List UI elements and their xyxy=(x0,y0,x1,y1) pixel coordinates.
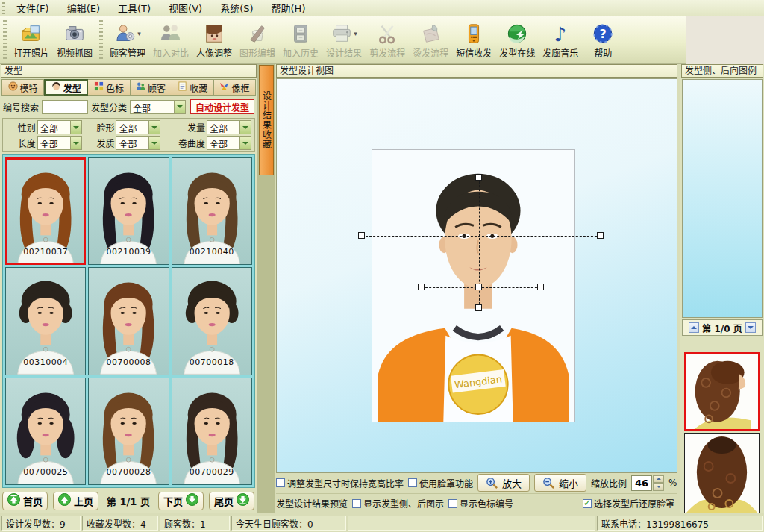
portrait-adjust-icon xyxy=(203,22,225,46)
hairstyle-thumb-00700029[interactable]: 00700029 xyxy=(172,378,252,485)
hairstyle-back-view[interactable] xyxy=(684,433,760,513)
dropdown-arrow-icon[interactable]: ▾ xyxy=(354,30,357,37)
tab-label: 收藏 xyxy=(190,81,207,94)
guide-handle-bottom[interactable] xyxy=(475,304,482,311)
show-side-checkbox[interactable]: 显示发型侧、后图示 xyxy=(352,497,444,510)
chevron-down-icon[interactable] xyxy=(148,137,160,149)
hairstyle-thumb-00700025[interactable]: 00700025 xyxy=(5,378,86,485)
menu-item-file[interactable]: 文件(F) xyxy=(7,0,58,16)
guide-handle-top[interactable] xyxy=(475,174,482,181)
queue-page-down-button[interactable] xyxy=(745,322,756,333)
keep-ratio-checkbox[interactable]: 调整发型尺寸时保持宽高比率 xyxy=(276,477,404,489)
checkbox-icon[interactable] xyxy=(276,478,285,487)
checkbox-icon[interactable] xyxy=(448,499,457,508)
toolbar-button-add-compare[interactable]: 加入对比 xyxy=(149,19,192,62)
spinner-up-icon[interactable] xyxy=(653,475,664,484)
hairstyle-thumb-00210037[interactable]: 00210037 xyxy=(5,157,86,265)
tab-favorite[interactable]: 收藏 xyxy=(172,79,214,96)
model-icon xyxy=(8,81,18,93)
tab-color-mark[interactable]: 色标 xyxy=(88,79,130,96)
zoom-out-button[interactable]: 缩小 xyxy=(534,474,586,492)
chevron-down-icon[interactable] xyxy=(70,137,81,149)
toolbar-button-video-capture[interactable]: 视频抓图 xyxy=(53,19,96,62)
chevron-down-icon[interactable] xyxy=(239,121,251,134)
auto-design-button[interactable]: 自动设计发型 xyxy=(190,99,254,114)
pager-label: 首页 xyxy=(23,494,43,508)
toolbar-button-salon-music[interactable]: ♪发廊音乐 xyxy=(539,19,582,62)
design-result-collect-tab[interactable]: 设计结果收藏 xyxy=(259,65,274,175)
toolbar-button-open-photo[interactable]: 打开照片 xyxy=(10,19,53,62)
chevron-down-icon[interactable] xyxy=(70,121,81,134)
first-page-button[interactable]: 首页 xyxy=(2,492,48,510)
scale-spinner[interactable] xyxy=(631,475,664,491)
queue-page-up-button[interactable] xyxy=(689,322,699,333)
hairstyle-thumb-00700028[interactable]: 00700028 xyxy=(88,378,169,485)
search-input[interactable] xyxy=(42,100,88,114)
guide-handle-chin-left[interactable] xyxy=(418,284,425,290)
show-color-checkbox[interactable]: 显示色标编号 xyxy=(448,497,513,510)
toolbar-button-portrait-adjust[interactable]: 人像调整 xyxy=(192,19,236,62)
filter-select-hair-volume[interactable]: 全部 xyxy=(207,120,251,134)
menu-item-help[interactable]: 帮助(H) xyxy=(263,0,315,16)
next-page-button[interactable]: 下页 xyxy=(158,492,204,510)
show-side-label: 显示发型侧、后图示 xyxy=(363,497,444,510)
spinner-arrows[interactable] xyxy=(653,475,664,491)
compare-queue-area[interactable] xyxy=(682,79,763,318)
toolbar-button-graphic-edit[interactable]: 图形编辑 xyxy=(236,19,279,62)
toolbar-button-hair-online[interactable]: 发型在线 xyxy=(495,19,539,62)
scale-input[interactable] xyxy=(631,475,652,491)
hairstyle-thumb-00700008[interactable]: 00700008 xyxy=(88,267,169,375)
filter-select-length[interactable]: 全部 xyxy=(37,136,82,150)
filter-label: 脸形 xyxy=(96,121,114,134)
last-page-button[interactable]: 尾页 xyxy=(209,492,254,510)
hairstyle-thumb-00210040[interactable]: 00210040 xyxy=(172,157,252,265)
filter-select-gender[interactable]: 全部 xyxy=(37,120,82,134)
guide-handle-right[interactable] xyxy=(597,232,604,239)
checkbox-icon[interactable] xyxy=(408,478,417,487)
magnifier-minus-icon xyxy=(542,477,555,489)
filter-select-hair-quality[interactable]: 全部 xyxy=(116,136,160,150)
hairstyle-side-view[interactable] xyxy=(684,352,760,431)
menu-item-tools[interactable]: 工具(T) xyxy=(109,0,160,16)
menu-item-edit[interactable]: 编辑(E) xyxy=(58,0,109,16)
tab-hairstyle[interactable]: 发型 xyxy=(44,79,88,96)
toolbar-button-help[interactable]: ?帮助 xyxy=(582,19,624,62)
category-select[interactable]: 全部 xyxy=(130,100,186,114)
tab-model[interactable]: 模特 xyxy=(1,79,44,96)
chevron-down-icon[interactable] xyxy=(239,137,251,149)
guide-handle-chin-right[interactable] xyxy=(537,284,544,290)
chevron-down-icon[interactable] xyxy=(148,121,160,134)
prev-page-button-icon xyxy=(58,493,71,508)
design-canvas[interactable]: Wangdian xyxy=(276,78,677,473)
toolbar-button-cut-flow[interactable]: 剪发流程 xyxy=(366,19,409,62)
zoom-in-button[interactable]: 放大 xyxy=(478,474,530,492)
filter-select-face-shape[interactable]: 全部 xyxy=(116,120,160,134)
toolbar-button-add-history[interactable]: 加入历史 xyxy=(279,19,322,62)
toolbar-label: 发廊音乐 xyxy=(542,46,578,59)
chevron-down-icon[interactable] xyxy=(174,101,185,113)
tab-customer[interactable]: 顾客 xyxy=(131,79,172,96)
toolbar-button-design-result[interactable]: ▾设计结果 xyxy=(322,19,366,62)
toolbar-button-customer-manage[interactable]: ▾顾客管理 xyxy=(106,19,149,62)
spinner-down-icon[interactable] xyxy=(653,483,664,491)
guide-handle-left[interactable] xyxy=(358,232,365,239)
guide-handle-chin-center[interactable] xyxy=(475,284,482,290)
hairstyle-thumb-00210039[interactable]: 00210039 xyxy=(88,157,169,265)
add-history-icon xyxy=(289,22,312,46)
checkbox-checked-icon[interactable] xyxy=(583,499,592,508)
menu-item-view[interactable]: 视图(V) xyxy=(160,0,211,16)
prev-page-button[interactable]: 上页 xyxy=(53,492,98,510)
toolbar-button-perm-flow[interactable]: 烫发流程 xyxy=(409,19,452,62)
tab-frame[interactable]: 像框 xyxy=(214,79,256,96)
checkbox-icon[interactable] xyxy=(352,499,361,508)
toolbar-button-sms[interactable]: 短信收发 xyxy=(452,19,495,62)
customer-photo[interactable]: Wangdian xyxy=(372,149,575,422)
filter-select-curliness[interactable]: 全部 xyxy=(207,136,251,150)
dropdown-arrow-icon[interactable]: ▾ xyxy=(137,30,141,37)
menu-item-system[interactable]: 系统(S) xyxy=(211,0,262,16)
hairstyle-thumb-00700018[interactable]: 00700018 xyxy=(172,267,252,375)
use-mask-checkbox[interactable]: 使用脸罩功能 xyxy=(408,477,473,489)
sms-icon xyxy=(463,22,485,46)
hairstyle-thumb-00310004[interactable]: 00310004 xyxy=(5,267,86,375)
restore-mask-checkbox[interactable]: 选择发型后还原脸罩 xyxy=(583,497,674,510)
